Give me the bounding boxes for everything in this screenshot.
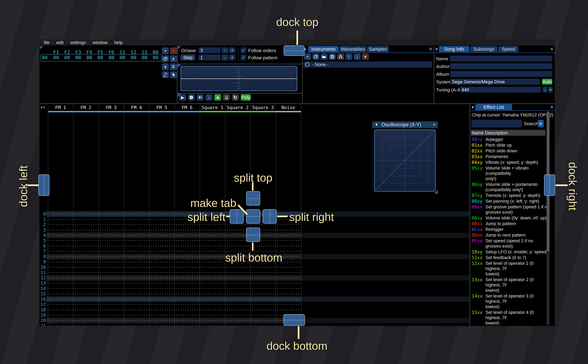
orders-cell[interactable]: 00 [84,55,95,60]
oscilloscope-title-bar[interactable]: ▼ Oscilloscope (X-Y) × [372,121,438,128]
order-move-up-button[interactable]: ∧ [170,55,177,62]
effect-search-input[interactable] [471,120,522,127]
pattern-add-channel-button[interactable]: ++ [40,105,45,110]
menu-item-edit[interactable]: edit [53,40,67,45]
pattern-row[interactable]: 18 [40,307,469,312]
name-field[interactable] [450,56,552,61]
tab-speed[interactable]: Speed [498,46,518,52]
play-one-row-button[interactable] [197,94,204,101]
pattern-row[interactable]: 15 [40,291,469,297]
orders-cell[interactable]: 00 [106,55,117,60]
pattern-row[interactable]: 13 [40,281,469,286]
octave-minus-button[interactable]: - [222,47,228,53]
tab-samples[interactable]: Samples [367,46,389,52]
channel-header-fm-1[interactable]: FM 1 [48,105,73,110]
resize-grip[interactable] [434,190,438,194]
orders-cell[interactable]: 00 [51,55,62,60]
author-field[interactable] [450,63,552,69]
tuning-field[interactable]: 440 [460,87,541,93]
orders-cell[interactable]: 00 [62,55,73,60]
close-icon[interactable]: × [433,122,436,127]
channel-header-square-2[interactable]: Square 2 [225,105,250,110]
menu-item-settings[interactable]: settings [67,40,89,45]
close-icon[interactable]: × [550,46,553,52]
order-remove-button[interactable]: − [170,47,177,54]
tab-instruments[interactable]: Instruments [308,46,339,52]
instrument-move-down-button[interactable]: ↓ [354,53,361,60]
pattern-row[interactable]: 16 [40,297,469,302]
orders-cell[interactable]: 00 [73,55,84,60]
metronome-button[interactable] [223,94,230,101]
orders-cell[interactable]: 00 [150,55,161,60]
channel-header-noise[interactable]: Noise [276,105,301,110]
pattern-row[interactable]: 17 [40,302,469,307]
step-input[interactable]: 1 [198,55,220,60]
instrument-move-up-button[interactable]: ↑ [345,53,352,60]
pattern-row[interactable]: 12 [40,275,469,281]
orders-cell[interactable]: 00 [128,55,139,60]
orders-cell[interactable]: 00 [117,55,128,60]
system-auto-button[interactable]: Auto [542,79,552,84]
channel-header-square-3[interactable]: Square 3 [250,105,276,110]
menu-item-window[interactable]: window [89,40,111,45]
channel-header-fm-4[interactable]: FM 4 [124,105,149,110]
dock-target-top[interactable] [284,46,304,56]
effect-menu-button[interactable]: ≡ [538,120,544,127]
menu-item-help[interactable]: help [111,40,126,45]
order-edit-mode-button[interactable] [170,71,177,78]
instrument-list-item[interactable]: - None - [303,61,432,68]
make-tab-target[interactable] [246,209,260,224]
close-icon[interactable]: × [550,104,553,110]
order-move-down-button[interactable]: ∨ [162,63,169,70]
piano-widget[interactable] [181,66,297,91]
system-field[interactable]: Sega Genesis/Mega Drive [450,79,540,84]
dock-target-left[interactable] [38,175,49,196]
channel-header-fm-3[interactable]: FM 3 [99,105,124,110]
order-deep-clone-button[interactable] [162,71,169,78]
octave-plus-button[interactable]: + [229,47,235,53]
instrument-save-button[interactable] [329,53,336,60]
step-plus-button[interactable]: + [229,55,235,60]
pattern-row[interactable]: 21 [40,323,469,326]
play-from-cursor-button[interactable] [188,94,195,101]
channel-header-fm-2[interactable]: FM 2 [73,105,99,110]
pattern-row[interactable]: 20 [40,318,469,323]
split-target-left[interactable] [230,209,244,224]
octave-input[interactable]: 3 [198,47,220,53]
tuning-plus-button[interactable]: + [548,87,553,93]
step-chip[interactable]: Step [181,55,195,60]
play-button[interactable]: ▶ [179,94,186,101]
pattern-row[interactable]: 14 [40,286,469,291]
poly-button[interactable]: Poly [241,94,251,101]
tab-effect-list[interactable]: Effect List [475,104,512,110]
collapse-icon[interactable]: ▼ [435,47,439,52]
split-target-bottom[interactable] [246,228,260,242]
close-icon[interactable]: × [429,46,432,52]
channel-header-square-1[interactable]: Square 1 [200,105,225,110]
instrument-add-button[interactable]: + [304,53,311,60]
orders-cell[interactable]: 00 [95,55,106,60]
split-target-right[interactable] [263,209,277,224]
pattern-row[interactable]: 11 [40,270,469,275]
repeat-pattern-button[interactable]: ↻ [232,94,239,101]
tuning-minus-button[interactable]: - [542,87,547,93]
tab-subsongs[interactable]: Subsongs [470,46,497,52]
instrument-duplicate-button[interactable] [312,53,319,60]
instrument-delete-button[interactable]: × [362,53,369,60]
orders-cell[interactable]: 00 [139,55,150,60]
orders-row[interactable]: 0000000000000000000000 [40,55,177,60]
collapse-icon[interactable]: ▼ [471,105,475,110]
pattern-row[interactable]: 6 [40,243,469,249]
stop-button[interactable]: ● [214,94,221,101]
channel-header-fm-5[interactable]: FM 5 [149,105,174,110]
order-add-button[interactable]: + [162,47,169,54]
channel-header-fm-6[interactable]: FM 6 [174,105,200,110]
follow-orders-checkbox[interactable]: ✓ [240,47,246,53]
dock-target-bottom[interactable] [283,314,305,326]
follow-pattern-checkbox[interactable]: ✓ [240,55,246,60]
instrument-open-button[interactable] [321,53,328,60]
menu-item-file[interactable]: file [40,40,53,45]
step-row-button[interactable]: ↓ [205,94,212,101]
tab-wavetables[interactable]: Wavetables [340,46,366,52]
tab-song-info[interactable]: Song Info [439,46,469,52]
